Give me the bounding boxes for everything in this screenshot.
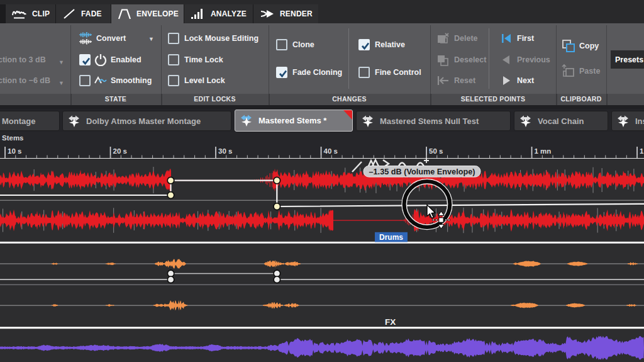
svg-text:30 s: 30 s [218, 147, 232, 155]
svg-text:1 mn: 1 mn [535, 147, 552, 155]
svg-text:40 s: 40 s [324, 147, 338, 155]
svg-text:FX: FX [385, 317, 396, 327]
svg-text:50 s: 50 s [429, 147, 443, 155]
svg-text:10 s: 10 s [8, 147, 21, 155]
svg-text:1 m: 1 m [640, 147, 644, 155]
svg-text:–1.35 dB (Volume Envelope): –1.35 dB (Volume Envelope) [369, 167, 475, 176]
svg-text:Drums: Drums [379, 233, 403, 242]
svg-text:20 s: 20 s [113, 147, 127, 155]
